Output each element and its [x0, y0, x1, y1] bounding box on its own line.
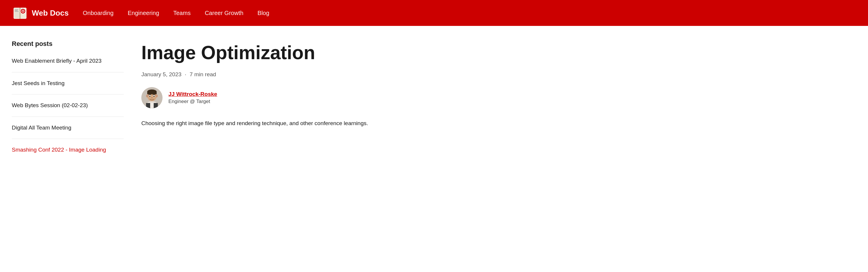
- nav-brand[interactable]: Web Docs: [12, 5, 69, 21]
- main-nav: Web Docs Onboarding Engineering Teams Ca…: [0, 0, 868, 26]
- svg-point-25: [151, 97, 153, 99]
- svg-rect-9: [15, 9, 18, 10]
- sidebar-post-link[interactable]: Web Bytes Session (02-02-23): [12, 102, 88, 108]
- list-item: Web Enablement Briefly - April 2023: [12, 57, 124, 72]
- svg-point-8: [23, 11, 23, 11]
- list-item: Digital All Team Meeting: [12, 117, 124, 139]
- svg-rect-11: [15, 11, 19, 12]
- list-item: Jest Seeds in Testing: [12, 72, 124, 94]
- nav-item-teams[interactable]: Teams: [174, 10, 191, 17]
- svg-point-19: [146, 94, 148, 97]
- avatar: [141, 87, 162, 108]
- sidebar-posts-list: Web Enablement Briefly - April 2023 Jest…: [12, 57, 124, 161]
- sidebar-title: Recent posts: [12, 40, 124, 48]
- svg-rect-3: [20, 8, 21, 19]
- nav-item-blog[interactable]: Blog: [258, 10, 270, 17]
- main-content: Recent posts Web Enablement Briefly - Ap…: [0, 26, 868, 175]
- article-meta: January 5, 2023 · 7 min read: [141, 71, 856, 78]
- nav-item-onboarding[interactable]: Onboarding: [83, 10, 114, 17]
- nav-item-career-growth[interactable]: Career Growth: [205, 10, 243, 17]
- nav-links: Onboarding Engineering Teams Career Grow…: [83, 10, 269, 17]
- nav-logo: [12, 5, 28, 21]
- sidebar-post-link[interactable]: Digital All Team Meeting: [12, 124, 71, 131]
- sidebar-post-link[interactable]: Web Enablement Briefly - April 2023: [12, 58, 101, 64]
- svg-rect-18: [147, 91, 157, 94]
- svg-point-23: [149, 96, 151, 97]
- author-info: JJ Wittrock-Roske Engineer @ Target: [168, 91, 217, 104]
- article-description: Choosing the right image file type and r…: [141, 119, 406, 128]
- list-item: Web Bytes Session (02-02-23): [12, 94, 124, 117]
- article: Image Optimization January 5, 2023 · 7 m…: [141, 40, 856, 161]
- meta-separator: ·: [185, 71, 186, 78]
- author-section: JJ Wittrock-Roske Engineer @ Target: [141, 87, 856, 108]
- article-read-time: 7 min read: [190, 71, 216, 78]
- nav-item-engineering[interactable]: Engineering: [128, 10, 159, 17]
- svg-rect-10: [15, 10, 18, 11]
- author-role: Engineer @ Target: [168, 99, 217, 104]
- sidebar-post-link-active[interactable]: Smashing Conf 2022 - Image Loading: [12, 147, 106, 153]
- svg-rect-15: [150, 103, 154, 108]
- sidebar-post-link[interactable]: Jest Seeds in Testing: [12, 80, 64, 86]
- article-date: January 5, 2023: [141, 71, 181, 78]
- author-name[interactable]: JJ Wittrock-Roske: [168, 91, 217, 97]
- list-item: Smashing Conf 2022 - Image Loading: [12, 139, 124, 161]
- article-title: Image Optimization: [141, 42, 856, 63]
- svg-point-24: [153, 96, 155, 97]
- svg-point-20: [155, 94, 158, 97]
- nav-brand-title: Web Docs: [32, 8, 69, 18]
- sidebar: Recent posts Web Enablement Briefly - Ap…: [12, 40, 124, 161]
